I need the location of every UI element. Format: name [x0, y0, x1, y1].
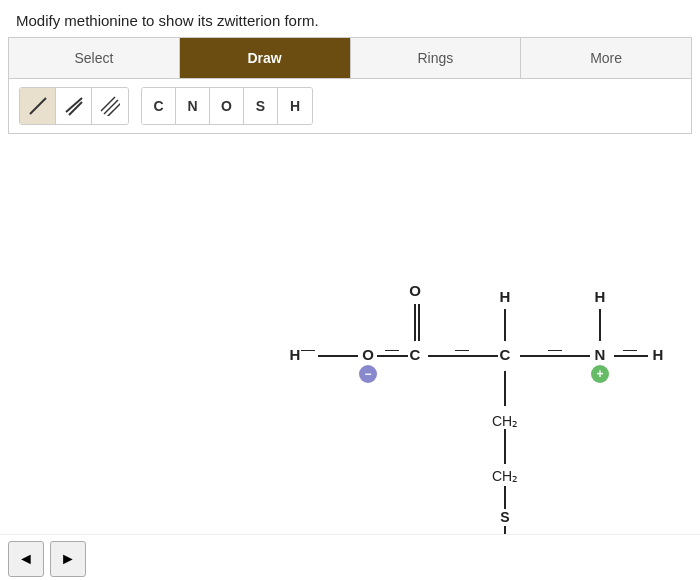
tab-draw[interactable]: Draw — [180, 38, 351, 78]
svg-text:—: — — [548, 341, 562, 357]
double-bond-button[interactable] — [56, 88, 92, 124]
svg-text:+: + — [596, 367, 603, 381]
atom-H-left: H — [290, 346, 301, 363]
atom-C-alpha: C — [500, 346, 511, 363]
atom-CH2-1: CH₂ — [492, 413, 518, 429]
svg-text:—: — — [301, 341, 315, 357]
atom-C[interactable]: C — [142, 88, 176, 124]
atom-S[interactable]: S — [244, 88, 278, 124]
single-bond-button[interactable] — [20, 88, 56, 124]
molecule-svg: H O − C O C H N + H H CH₂ CH₂ S CH₃ — — [0, 134, 700, 534]
svg-line-3 — [101, 97, 115, 111]
atom-H[interactable]: H — [278, 88, 312, 124]
bond-group — [19, 87, 129, 125]
instruction-text: Modify methionine to show its zwitterion… — [0, 0, 700, 37]
triple-bond-button[interactable] — [92, 88, 128, 124]
svg-line-0 — [30, 98, 46, 114]
atom-N[interactable]: N — [176, 88, 210, 124]
atom-S: S — [500, 509, 509, 525]
forward-button[interactable]: ► — [50, 541, 86, 577]
atom-group: C N O S H — [141, 87, 313, 125]
atom-N: N — [595, 346, 606, 363]
svg-text:—: — — [623, 341, 637, 357]
atom-O[interactable]: O — [210, 88, 244, 124]
atom-O-top: O — [409, 282, 421, 299]
canvas-area[interactable]: H O − C O C H N + H H CH₂ CH₂ S CH₃ — — [0, 134, 700, 534]
toolbar: Select Draw Rings More — [8, 37, 692, 134]
atom-H-N-top: H — [595, 288, 606, 305]
tab-bar: Select Draw Rings More — [9, 38, 691, 79]
atom-H-alpha-top: H — [500, 288, 511, 305]
tab-rings[interactable]: Rings — [351, 38, 522, 78]
svg-text:−: − — [364, 367, 371, 381]
svg-text:—: — — [455, 341, 469, 357]
svg-text:—: — — [385, 341, 399, 357]
atom-C-carbonyl: C — [410, 346, 421, 363]
tab-select[interactable]: Select — [9, 38, 180, 78]
atom-H-N-right: H — [653, 346, 664, 363]
atom-CH2-2: CH₂ — [492, 468, 518, 484]
tool-row: C N O S H — [9, 79, 691, 133]
back-button[interactable]: ◄ — [8, 541, 44, 577]
tab-more[interactable]: More — [521, 38, 691, 78]
svg-line-4 — [104, 100, 118, 114]
bottom-bar: ◄ ► — [0, 534, 700, 580]
atom-O-left: O — [362, 346, 374, 363]
